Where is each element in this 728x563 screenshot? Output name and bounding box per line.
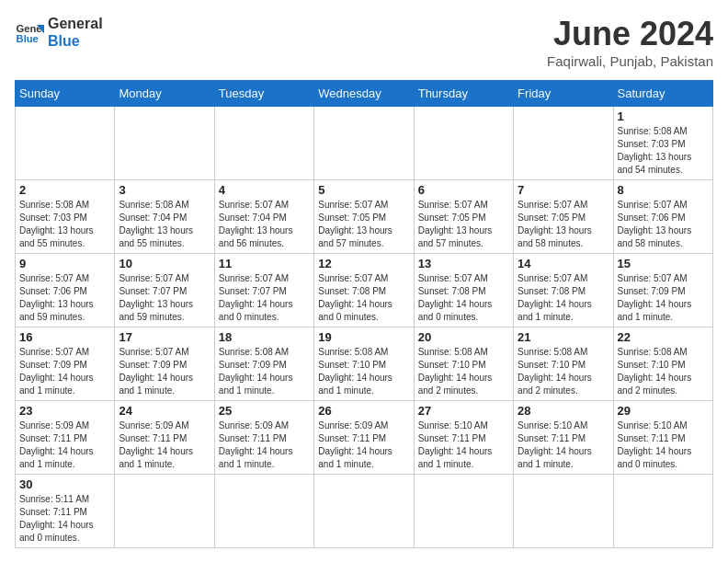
- calendar-cell: 23Sunrise: 5:09 AMSunset: 7:11 PMDayligh…: [16, 401, 115, 475]
- day-info: Sunrise: 5:08 AMSunset: 7:09 PMDaylight:…: [219, 346, 310, 397]
- day-info: Sunrise: 5:07 AMSunset: 7:08 PMDaylight:…: [418, 272, 509, 324]
- calendar-cell: 30Sunrise: 5:11 AMSunset: 7:11 PMDayligh…: [16, 475, 115, 548]
- day-number: 13: [418, 257, 509, 270]
- weekday-header-thursday: Thursday: [414, 81, 513, 107]
- calendar-cell: 10Sunrise: 5:07 AMSunset: 7:07 PMDayligh…: [115, 254, 214, 327]
- day-number: 7: [518, 183, 609, 197]
- day-info: Sunrise: 5:11 AMSunset: 7:11 PMDaylight:…: [19, 493, 110, 545]
- calendar-cell: 16Sunrise: 5:07 AMSunset: 7:09 PMDayligh…: [16, 327, 115, 401]
- calendar-cell: 7Sunrise: 5:07 AMSunset: 7:05 PMDaylight…: [514, 180, 613, 254]
- calendar-body: 1Sunrise: 5:08 AMSunset: 7:03 PMDaylight…: [16, 107, 713, 548]
- day-number: 20: [418, 330, 509, 344]
- calendar-cell: [214, 475, 313, 548]
- day-info: Sunrise: 5:10 AMSunset: 7:11 PMDaylight:…: [618, 419, 709, 471]
- day-info: Sunrise: 5:08 AMSunset: 7:10 PMDaylight:…: [418, 346, 509, 397]
- day-info: Sunrise: 5:07 AMSunset: 7:09 PMDaylight:…: [119, 346, 210, 397]
- day-info: Sunrise: 5:08 AMSunset: 7:10 PMDaylight:…: [618, 346, 709, 397]
- day-number: 29: [618, 404, 709, 418]
- logo: General Blue General Blue: [15, 15, 103, 50]
- weekday-header-wednesday: Wednesday: [314, 81, 414, 107]
- day-number: 12: [318, 257, 409, 270]
- calendar-header: SundayMondayTuesdayWednesdayThursdayFrid…: [16, 81, 713, 107]
- day-number: 17: [119, 330, 210, 344]
- title-block: June 2024 Faqirwali, Punjab, Pakistan: [547, 15, 713, 69]
- day-info: Sunrise: 5:10 AMSunset: 7:11 PMDaylight:…: [418, 419, 509, 471]
- day-number: 10: [119, 257, 210, 270]
- day-info: Sunrise: 5:07 AMSunset: 7:05 PMDaylight:…: [418, 199, 509, 250]
- day-info: Sunrise: 5:09 AMSunset: 7:11 PMDaylight:…: [219, 419, 310, 471]
- day-info: Sunrise: 5:07 AMSunset: 7:04 PMDaylight:…: [219, 199, 310, 250]
- svg-text:Blue: Blue: [17, 33, 39, 44]
- day-info: Sunrise: 5:07 AMSunset: 7:07 PMDaylight:…: [119, 272, 210, 324]
- weekday-header-sunday: Sunday: [16, 81, 115, 107]
- calendar-week-3: 9Sunrise: 5:07 AMSunset: 7:06 PMDaylight…: [16, 254, 713, 327]
- calendar-cell: 9Sunrise: 5:07 AMSunset: 7:06 PMDaylight…: [16, 254, 115, 327]
- calendar-cell: 28Sunrise: 5:10 AMSunset: 7:11 PMDayligh…: [514, 401, 613, 475]
- calendar-week-6: 30Sunrise: 5:11 AMSunset: 7:11 PMDayligh…: [16, 475, 713, 548]
- calendar-cell: 29Sunrise: 5:10 AMSunset: 7:11 PMDayligh…: [613, 401, 712, 475]
- calendar-cell: 15Sunrise: 5:07 AMSunset: 7:09 PMDayligh…: [613, 254, 712, 327]
- day-number: 1: [618, 109, 709, 123]
- calendar-cell: 25Sunrise: 5:09 AMSunset: 7:11 PMDayligh…: [214, 401, 313, 475]
- weekday-header-monday: Monday: [115, 81, 214, 107]
- day-info: Sunrise: 5:10 AMSunset: 7:11 PMDaylight:…: [518, 419, 609, 471]
- day-info: Sunrise: 5:09 AMSunset: 7:11 PMDaylight:…: [318, 419, 409, 471]
- day-info: Sunrise: 5:08 AMSunset: 7:10 PMDaylight:…: [518, 346, 609, 397]
- day-number: 30: [19, 477, 110, 491]
- day-number: 16: [19, 330, 110, 344]
- calendar-cell: 6Sunrise: 5:07 AMSunset: 7:05 PMDaylight…: [414, 180, 513, 254]
- weekday-header-friday: Friday: [514, 81, 613, 107]
- calendar-cell: [115, 475, 214, 548]
- day-info: Sunrise: 5:07 AMSunset: 7:09 PMDaylight:…: [19, 346, 110, 397]
- day-number: 28: [518, 404, 609, 418]
- day-number: 8: [618, 183, 709, 197]
- day-info: Sunrise: 5:08 AMSunset: 7:10 PMDaylight:…: [318, 346, 409, 397]
- header: General Blue General Blue June 2024 Faqi…: [15, 15, 713, 69]
- calendar-cell: 1Sunrise: 5:08 AMSunset: 7:03 PMDaylight…: [613, 107, 712, 180]
- calendar-cell: [314, 475, 414, 548]
- calendar-cell: [613, 475, 712, 548]
- day-info: Sunrise: 5:07 AMSunset: 7:08 PMDaylight:…: [518, 272, 609, 324]
- calendar-cell: [214, 107, 313, 180]
- day-info: Sunrise: 5:08 AMSunset: 7:04 PMDaylight:…: [119, 199, 210, 250]
- day-number: 2: [19, 183, 110, 197]
- day-number: 14: [518, 257, 609, 270]
- day-number: 23: [19, 404, 110, 418]
- logo-blue-text: Blue: [48, 32, 103, 50]
- day-info: Sunrise: 5:07 AMSunset: 7:06 PMDaylight:…: [19, 272, 110, 324]
- calendar-cell: 18Sunrise: 5:08 AMSunset: 7:09 PMDayligh…: [214, 327, 313, 401]
- calendar-week-1: 1Sunrise: 5:08 AMSunset: 7:03 PMDaylight…: [16, 107, 713, 180]
- calendar-cell: 13Sunrise: 5:07 AMSunset: 7:08 PMDayligh…: [414, 254, 513, 327]
- day-number: 22: [618, 330, 709, 344]
- weekday-header-saturday: Saturday: [613, 81, 712, 107]
- day-info: Sunrise: 5:08 AMSunset: 7:03 PMDaylight:…: [618, 125, 709, 177]
- calendar-week-2: 2Sunrise: 5:08 AMSunset: 7:03 PMDaylight…: [16, 180, 713, 254]
- day-number: 3: [119, 183, 210, 197]
- calendar-cell: 20Sunrise: 5:08 AMSunset: 7:10 PMDayligh…: [414, 327, 513, 401]
- calendar-subtitle: Faqirwali, Punjab, Pakistan: [547, 53, 713, 69]
- calendar-cell: 8Sunrise: 5:07 AMSunset: 7:06 PMDaylight…: [613, 180, 712, 254]
- day-number: 15: [618, 257, 709, 270]
- calendar-week-5: 23Sunrise: 5:09 AMSunset: 7:11 PMDayligh…: [16, 401, 713, 475]
- day-info: Sunrise: 5:08 AMSunset: 7:03 PMDaylight:…: [19, 199, 110, 250]
- day-number: 19: [318, 330, 409, 344]
- calendar-table: SundayMondayTuesdayWednesdayThursdayFrid…: [15, 80, 713, 548]
- day-info: Sunrise: 5:07 AMSunset: 7:05 PMDaylight:…: [518, 199, 609, 250]
- day-number: 24: [119, 404, 210, 418]
- calendar-cell: [16, 107, 115, 180]
- calendar-cell: 2Sunrise: 5:08 AMSunset: 7:03 PMDaylight…: [16, 180, 115, 254]
- day-info: Sunrise: 5:07 AMSunset: 7:05 PMDaylight:…: [318, 199, 409, 250]
- calendar-cell: 3Sunrise: 5:08 AMSunset: 7:04 PMDaylight…: [115, 180, 214, 254]
- calendar-cell: 27Sunrise: 5:10 AMSunset: 7:11 PMDayligh…: [414, 401, 513, 475]
- day-number: 11: [219, 257, 310, 270]
- day-number: 21: [518, 330, 609, 344]
- day-number: 18: [219, 330, 310, 344]
- day-info: Sunrise: 5:07 AMSunset: 7:08 PMDaylight:…: [318, 272, 409, 324]
- day-info: Sunrise: 5:09 AMSunset: 7:11 PMDaylight:…: [119, 419, 210, 471]
- day-number: 5: [318, 183, 409, 197]
- day-info: Sunrise: 5:09 AMSunset: 7:11 PMDaylight:…: [19, 419, 110, 471]
- logo-general-text: General: [48, 15, 103, 32]
- calendar-cell: [514, 107, 613, 180]
- calendar-cell: 14Sunrise: 5:07 AMSunset: 7:08 PMDayligh…: [514, 254, 613, 327]
- calendar-cell: [414, 475, 513, 548]
